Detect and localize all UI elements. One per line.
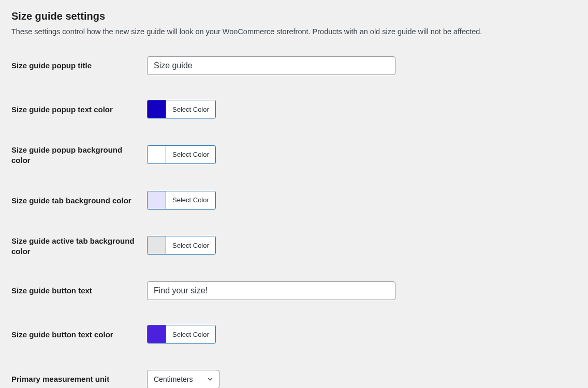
color-picker-label: Select Color (166, 191, 215, 209)
field-active-tab-bg-color: Size guide active tab background color S… (11, 236, 577, 257)
button-text-color-swatch (148, 325, 166, 343)
label-primary-unit: Primary measurement unit (11, 374, 147, 384)
color-picker-label: Select Color (166, 100, 215, 118)
label-popup-bg-color: Size guide popup background color (11, 145, 147, 166)
popup-title-input[interactable] (147, 56, 395, 75)
page-description: These settings control how the new size … (11, 27, 577, 36)
label-active-tab-bg-color: Size guide active tab background color (11, 236, 147, 257)
primary-unit-value: Centimeters (154, 375, 193, 383)
color-picker-label: Select Color (166, 236, 215, 254)
popup-bg-color-swatch (148, 146, 166, 163)
active-tab-bg-color-swatch (148, 236, 166, 254)
color-picker-label: Select Color (166, 146, 215, 163)
chevron-down-icon (207, 376, 214, 383)
tab-bg-color-swatch (148, 191, 166, 209)
label-button-text: Size guide button text (11, 286, 147, 296)
popup-text-color-swatch (148, 100, 166, 118)
button-text-input[interactable] (147, 281, 395, 300)
field-primary-unit: Primary measurement unit Centimeters (11, 370, 577, 388)
color-picker-label: Select Color (166, 325, 215, 343)
field-button-text: Size guide button text (11, 281, 577, 300)
field-tab-bg-color: Size guide tab background color Select C… (11, 191, 577, 211)
field-popup-bg-color: Size guide popup background color Select… (11, 145, 577, 166)
primary-unit-select[interactable]: Centimeters (147, 370, 219, 388)
popup-bg-color-picker[interactable]: Select Color (147, 145, 216, 164)
label-popup-title: Size guide popup title (11, 61, 147, 71)
label-tab-bg-color: Size guide tab background color (11, 196, 147, 206)
active-tab-bg-color-picker[interactable]: Select Color (147, 236, 216, 255)
tab-bg-color-picker[interactable]: Select Color (147, 191, 216, 210)
field-popup-title: Size guide popup title (11, 56, 577, 75)
field-popup-text-color: Size guide popup text color Select Color (11, 100, 577, 120)
field-button-text-color: Size guide button text color Select Colo… (11, 325, 577, 345)
button-text-color-picker[interactable]: Select Color (147, 325, 216, 344)
popup-text-color-picker[interactable]: Select Color (147, 100, 216, 118)
label-popup-text-color: Size guide popup text color (11, 105, 147, 115)
label-button-text-color: Size guide button text color (11, 330, 147, 340)
page-title: Size guide settings (11, 10, 577, 22)
